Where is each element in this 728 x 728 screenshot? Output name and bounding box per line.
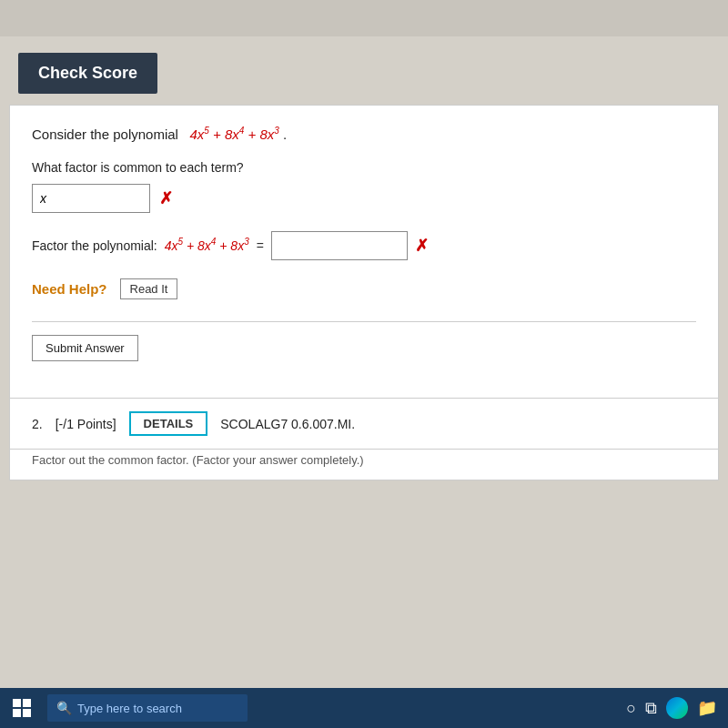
taskbar-right: ○ ⧉ 📁 <box>626 697 728 719</box>
check-score-button[interactable]: Check Score <box>18 53 157 94</box>
read-it-button[interactable]: Read It <box>120 278 178 299</box>
problem-number: 2. <box>32 417 43 431</box>
submit-answer-button[interactable]: Submit Answer <box>32 335 138 361</box>
period: . <box>283 126 287 142</box>
input-row-1: ✗ <box>32 184 696 213</box>
main-content: Consider the polynomial 4x5 + 8x4 + 8x3 … <box>9 105 719 399</box>
need-help-text: Need Help? <box>32 281 107 297</box>
wrong-mark-1: ✗ <box>159 188 173 208</box>
problem-statement: Consider the polynomial 4x5 + 8x4 + 8x3 … <box>32 124 696 146</box>
factor-label: Factor the polynomial: <box>32 238 157 253</box>
question1-label: What factor is common to each term? <box>32 160 696 175</box>
points-text: [-/1 Points] <box>56 417 116 431</box>
factor-out-description: Factor out the common factor. (Factor yo… <box>9 450 719 480</box>
problem-code: SCOLALG7 0.6.007.MI. <box>220 417 355 431</box>
factor-polynomial: 4x5 + 8x4 + 8x3 <box>165 238 249 253</box>
polynomial-display: 4x5 + 8x4 + 8x3 <box>189 126 283 142</box>
taskbar: 🔍 Type here to search ○ ⧉ 📁 <box>0 688 728 728</box>
equals-sign: = <box>257 238 264 253</box>
start-button[interactable] <box>0 688 44 728</box>
factor-answer-input[interactable] <box>271 231 408 260</box>
search-icon: 🔍 <box>56 701 72 715</box>
divider <box>32 321 696 322</box>
windows-icon <box>13 699 31 717</box>
cortana-icon[interactable]: ○ <box>626 699 636 718</box>
factor-row: Factor the polynomial: 4x5 + 8x4 + 8x3 =… <box>32 231 696 260</box>
search-placeholder-text: Type here to search <box>77 702 182 715</box>
common-factor-input[interactable] <box>32 184 150 213</box>
files-icon[interactable]: 📁 <box>697 698 717 718</box>
wrong-mark-2: ✗ <box>415 236 429 256</box>
details-button[interactable]: DETAILS <box>129 411 208 436</box>
task-view-icon[interactable]: ⧉ <box>645 699 657 718</box>
help-row: Need Help? Read It <box>32 278 696 299</box>
check-score-section: Check Score <box>0 36 728 105</box>
top-bar <box>0 0 728 36</box>
description-text: Factor out the common factor. (Factor yo… <box>32 453 364 467</box>
taskbar-search[interactable]: 🔍 Type here to search <box>47 694 248 722</box>
problem2-row: 2. [-/1 Points] DETAILS SCOLALG7 0.6.007… <box>9 399 719 450</box>
intro-text: Consider the polynomial <box>32 126 178 142</box>
edge-browser-icon[interactable] <box>666 697 688 719</box>
